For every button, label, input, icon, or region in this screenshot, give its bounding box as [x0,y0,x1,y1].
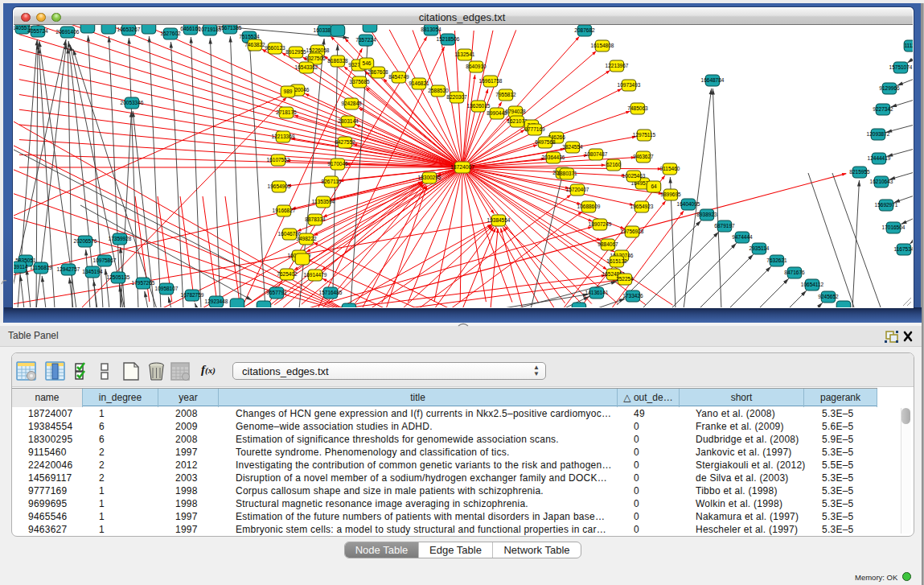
svg-text:20691406: 20691406 [56,29,80,35]
svg-text:4055724: 4055724 [27,28,48,34]
svg-text:2867608: 2867608 [368,69,388,75]
svg-text:10653267: 10653267 [117,27,141,32]
svg-text:8878334: 8878334 [305,216,326,222]
svg-text:10025463: 10025463 [622,173,646,179]
svg-text:7485063: 7485063 [627,105,648,111]
svg-text:10688609: 10688609 [577,204,601,209]
svg-text:17957265: 17957265 [132,280,155,286]
svg-text:15692971: 15692971 [875,202,898,208]
svg-text:8427552: 8427552 [335,139,355,145]
svg-text:20053346: 20053346 [121,100,144,105]
svg-text:7463822: 7463822 [244,42,265,47]
svg-text:18724007: 18724007 [450,164,474,170]
svg-text:11156819: 11156819 [30,265,52,270]
svg-text:1880371: 1880371 [556,171,577,176]
svg-text:12923448: 12923448 [205,299,228,304]
svg-text:16404095: 16404095 [677,201,700,207]
svg-text:9884067: 9884067 [598,241,618,247]
svg-text:9129966: 9129966 [879,85,900,91]
svg-text:16107552: 16107552 [267,157,290,163]
svg-text:9227342: 9227342 [873,106,893,112]
svg-text:17016504: 17016504 [882,225,906,230]
svg-text:7515524: 7515524 [239,34,260,39]
svg-text:18300295: 18300295 [418,175,441,180]
svg-text:11127: 11127 [904,43,913,48]
svg-text:12942757: 12942757 [57,266,80,272]
svg-text:12213369: 12213369 [272,134,295,139]
svg-text:12093872: 12093872 [867,131,890,137]
svg-text:8267110: 8267110 [322,179,342,184]
svg-text:1167534: 1167534 [894,246,913,252]
svg-text:6879197: 6879197 [714,223,735,229]
svg-text:546: 546 [363,60,372,66]
svg-text:16210643: 16210643 [870,179,893,184]
svg-text:2087682: 2087682 [574,27,595,33]
svg-text:8990448: 8990448 [487,110,507,116]
svg-text:1132541: 1132541 [455,51,475,57]
svg-text:8813054: 8813054 [421,27,441,32]
svg-text:2588520: 2588520 [428,88,449,93]
svg-text:7632621: 7632621 [766,257,787,263]
svg-text:7357224: 7357224 [355,37,376,43]
svg-text:9657791: 9657791 [266,290,287,295]
svg-text:8215955: 8215955 [849,169,870,175]
svg-text:9146821: 9146821 [409,80,429,86]
svg-text:20206576: 20206576 [74,238,97,244]
svg-text:9474444: 9474444 [732,234,753,240]
svg-text:12975115: 12975115 [633,132,656,138]
svg-text:13626015: 13626015 [467,103,491,109]
svg-text:15226058: 15226058 [306,47,330,53]
svg-text:9170046: 9170046 [327,161,348,167]
svg-text:9115460: 9115460 [660,166,680,171]
svg-text:2803144: 2803144 [338,118,359,124]
svg-text:17359928: 17359928 [109,236,132,241]
svg-text:18907249: 18907249 [589,221,612,227]
svg-text:3824554: 3824554 [562,144,583,150]
svg-text:10975867: 10975867 [93,257,117,263]
svg-text:15218506: 15218506 [437,36,460,42]
svg-text:3375685: 3375685 [349,79,370,84]
svg-text:19654923: 19654923 [630,204,654,209]
svg-text:2935114: 2935114 [749,245,770,251]
svg-text:9245652: 9245652 [818,294,839,299]
svg-text:16648784: 16648784 [701,77,725,83]
svg-text:10973493: 10973493 [618,82,641,88]
svg-text:9899695: 9899695 [660,192,681,197]
svg-text:1345194: 1345194 [82,269,103,274]
svg-text:9242848: 9242848 [341,101,362,106]
svg-text:15751074: 15751074 [889,64,913,70]
svg-text:2718176: 2718176 [276,109,297,115]
svg-text:9463627: 9463627 [633,154,654,159]
svg-text:6497568: 6497568 [535,139,556,145]
svg-text:19384554: 19384554 [487,217,511,223]
svg-text:8220307: 8220307 [446,94,467,100]
svg-text:19166827: 19166827 [273,208,296,213]
svg-text:7955812: 7955812 [495,92,516,97]
svg-text:8454749: 8454749 [388,74,409,80]
svg-text:19756928: 19756928 [621,229,644,234]
svg-text:7625402: 7625402 [277,271,298,277]
svg-text:16154808: 16154808 [591,43,614,48]
svg-text:16671385: 16671385 [219,25,242,31]
svg-text:62160: 62160 [606,162,621,167]
svg-text:1527602: 1527602 [160,31,181,36]
svg-text:10654112: 10654112 [801,282,824,287]
svg-text:64: 64 [651,183,657,189]
svg-text:9777169: 9777169 [524,126,545,132]
svg-text:14136141: 14136141 [585,290,609,295]
svg-text:16914479: 16914479 [304,272,327,278]
svg-text:6794028: 6794028 [505,109,526,114]
svg-text:8912955: 8912955 [285,49,306,55]
svg-text:11353594: 11353594 [312,199,335,204]
svg-text:3498222: 3498222 [296,236,317,241]
svg-text:10807487: 10807487 [585,151,608,157]
svg-text:8471676: 8471676 [784,270,805,275]
svg-text:16543362: 16543362 [295,64,318,70]
svg-text:539114: 539114 [14,264,28,270]
svg-text:10958107: 10958107 [155,286,179,291]
svg-text:12444419: 12444419 [868,155,891,161]
svg-text:19654905: 19654905 [268,183,291,189]
svg-text:252254: 252254 [616,276,634,282]
svg-text:16782759: 16782759 [181,292,204,298]
svg-text:8186328: 8186328 [327,58,348,64]
